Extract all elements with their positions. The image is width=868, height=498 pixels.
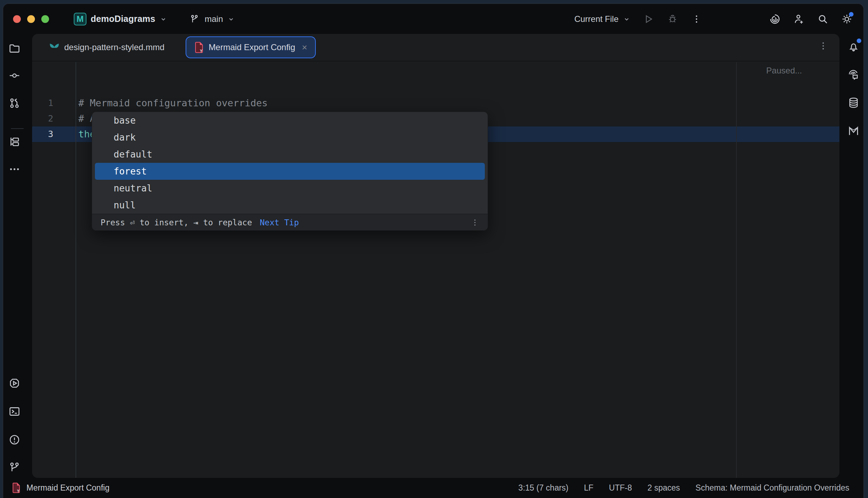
stripe-divider [11, 128, 24, 129]
completion-item-forest[interactable]: forest [95, 163, 485, 180]
status-file-label: Mermaid Export Config [26, 483, 109, 493]
mermaid-app-icon: M [74, 13, 86, 25]
run-config-name: Current File [574, 14, 619, 24]
completion-options-kebab-icon[interactable] [471, 218, 479, 227]
settings-notification-dot [849, 12, 854, 17]
zoom-window-button[interactable] [41, 15, 49, 23]
database-tool-icon[interactable] [847, 96, 860, 109]
ai-assistant-icon[interactable] [769, 13, 781, 25]
title-bar: M demoDiagrams main Current File [3, 4, 863, 34]
completion-hint: Press ⏎ to insert, ⇥ to replace [101, 218, 252, 227]
terminal-tool-icon[interactable] [8, 405, 21, 418]
debug-icon[interactable] [667, 13, 679, 25]
completion-item-default[interactable]: default [92, 146, 488, 163]
project-tool-icon[interactable] [8, 42, 21, 55]
code-line-1: # Mermaid configuration overrides [78, 95, 267, 111]
next-tip-link[interactable]: Next Tip [260, 218, 299, 227]
line-number: 1 [37, 95, 53, 111]
caret-position-widget[interactable]: 3:15 (7 chars) [518, 483, 568, 493]
line-number: 2 [37, 111, 53, 126]
mermaid-tool-icon[interactable] [847, 125, 860, 137]
completion-item-null[interactable]: null [92, 197, 488, 214]
run-icon[interactable] [643, 13, 655, 25]
mermaid-file-icon [49, 42, 60, 53]
line-number-current: 3 [37, 126, 53, 142]
status-file-widget[interactable]: Y Mermaid Export Config [12, 482, 109, 493]
more-tool-windows-icon[interactable] [8, 163, 21, 176]
chevron-down-icon [623, 15, 631, 23]
pull-requests-tool-icon[interactable] [8, 97, 21, 109]
close-tab-icon[interactable]: × [302, 42, 307, 53]
minimize-window-button[interactable] [27, 15, 35, 23]
vcs-branch-widget[interactable]: main [188, 13, 235, 25]
completion-item-base[interactable]: base [92, 112, 488, 129]
notifications-bell-icon[interactable] [847, 40, 860, 53]
completion-item-neutral[interactable]: neutral [92, 180, 488, 197]
settings-gear-icon[interactable] [841, 13, 853, 25]
tab-label: Mermaid Export Config [209, 42, 295, 52]
run-configuration-selector[interactable]: Current File [574, 14, 631, 24]
version-control-tool-icon[interactable] [8, 461, 21, 474]
schema-widget[interactable]: Schema: Mermaid Configuration Overrides [695, 483, 849, 493]
branch-icon [188, 13, 200, 25]
gutter-separator [76, 62, 76, 478]
status-bar: Y Mermaid Export Config 3:15 (7 chars) L… [3, 478, 863, 498]
svg-text:Y: Y [200, 49, 203, 53]
hard-wrap-guide [736, 62, 737, 478]
chevron-down-icon [227, 15, 235, 23]
ide-window: M demoDiagrams main Current File [3, 4, 864, 498]
desktop: M demoDiagrams main Current File [0, 0, 868, 498]
branch-name: main [205, 14, 223, 24]
window-controls [13, 15, 49, 23]
yaml-file-icon: Y [194, 42, 204, 53]
structure-tool-icon[interactable] [8, 135, 21, 148]
more-actions-icon[interactable] [691, 13, 703, 25]
indexing-status: Paused... [766, 66, 802, 76]
tab-design-pattern-styled[interactable]: design-pattern-styled.mmd [41, 36, 172, 58]
notification-dot [857, 38, 861, 43]
completion-footer: Press ⏎ to insert, ⇥ to replace Next Tip [92, 214, 488, 230]
services-tool-icon[interactable] [8, 377, 21, 390]
completion-item-dark[interactable]: dark [92, 129, 488, 146]
problems-tool-icon[interactable] [8, 433, 21, 446]
tab-label: design-pattern-styled.mmd [64, 42, 164, 52]
add-user-icon[interactable] [793, 13, 805, 25]
yaml-file-icon: Y [12, 482, 21, 493]
tab-options-kebab-icon[interactable] [818, 41, 828, 51]
editor-panel: design-pattern-styled.mmd Y Mermaid Expo… [32, 34, 839, 478]
svg-text:Y: Y [17, 489, 19, 493]
completion-popup: base dark default forest neutral null Pr… [92, 112, 488, 231]
line-ending-widget[interactable]: LF [584, 483, 593, 493]
indent-widget[interactable]: 2 spaces [647, 483, 680, 493]
close-window-button[interactable] [13, 15, 21, 23]
editor-area[interactable]: 1 2 3 # Mermaid configuration overrides … [32, 62, 839, 478]
search-icon[interactable] [817, 13, 829, 25]
chevron-down-icon [159, 15, 167, 23]
encoding-widget[interactable]: UTF-8 [609, 483, 632, 493]
ai-chat-tool-icon[interactable] [847, 69, 860, 81]
tab-mermaid-export-config[interactable]: Y Mermaid Export Config × [186, 36, 316, 58]
commit-tool-icon[interactable] [8, 69, 21, 82]
project-widget[interactable]: M demoDiagrams [74, 13, 167, 25]
editor-tab-bar: design-pattern-styled.mmd Y Mermaid Expo… [32, 34, 839, 61]
project-name: demoDiagrams [91, 14, 155, 24]
